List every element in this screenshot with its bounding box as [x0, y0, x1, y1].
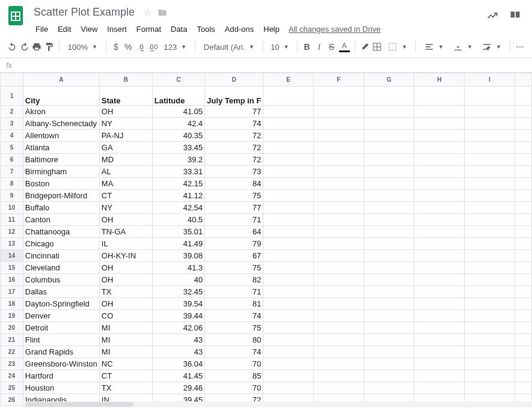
- cell-D2[interactable]: 77: [205, 106, 263, 118]
- row-header-19[interactable]: 19: [1, 310, 23, 322]
- decrease-decimal-button[interactable]: .0̲: [136, 40, 146, 54]
- cell-G3[interactable]: [364, 118, 414, 130]
- cell-H4[interactable]: [414, 130, 465, 142]
- row-header-5[interactable]: 5: [1, 142, 23, 154]
- cell-D14[interactable]: 67: [205, 250, 263, 262]
- cell-J3[interactable]: [515, 118, 531, 130]
- col-header-H[interactable]: H: [414, 73, 465, 87]
- cell-A18[interactable]: Dayton-Springfield: [23, 298, 99, 310]
- cell-F16[interactable]: [314, 274, 364, 286]
- cell-I14[interactable]: [465, 250, 515, 262]
- cell-C8[interactable]: 42.15: [152, 178, 205, 190]
- cell-C11[interactable]: 40.5: [152, 214, 205, 226]
- increase-decimal-button[interactable]: .0̲0: [148, 40, 158, 54]
- row-header-8[interactable]: 8: [1, 178, 23, 190]
- cell-H14[interactable]: [414, 250, 465, 262]
- row-header-23[interactable]: 23: [1, 358, 23, 370]
- cell-H5[interactable]: [414, 142, 465, 154]
- cell-C3[interactable]: 42.4: [152, 118, 205, 130]
- text-wrap-button[interactable]: ▼: [478, 40, 505, 54]
- col-header-E[interactable]: E: [263, 73, 314, 87]
- cell-F11[interactable]: [314, 214, 364, 226]
- cell-F2[interactable]: [314, 106, 364, 118]
- cell-G2[interactable]: [364, 106, 414, 118]
- cell-D12[interactable]: 64: [205, 226, 263, 238]
- cell-F7[interactable]: [314, 166, 364, 178]
- cell-D1[interactable]: July Temp in F: [205, 87, 263, 106]
- cell-G19[interactable]: [364, 310, 414, 322]
- cell-E7[interactable]: [263, 166, 314, 178]
- cell-I2[interactable]: [465, 106, 515, 118]
- cell-I21[interactable]: [465, 334, 515, 346]
- menu-file[interactable]: File: [31, 22, 52, 36]
- cell-A11[interactable]: Canton: [23, 214, 99, 226]
- spreadsheet-grid[interactable]: ABCDEFGHI1CityStateLatitudeJuly Temp in …: [0, 73, 532, 407]
- cell-B3[interactable]: NY: [99, 118, 152, 130]
- trend-icon[interactable]: [486, 10, 498, 22]
- cell-F5[interactable]: [314, 142, 364, 154]
- print-button[interactable]: [32, 40, 42, 54]
- row-header-25[interactable]: 25: [1, 382, 23, 394]
- cell-I5[interactable]: [465, 142, 515, 154]
- cell-D3[interactable]: 74: [205, 118, 263, 130]
- cell-J5[interactable]: [515, 142, 531, 154]
- cell-A7[interactable]: Birmingham: [23, 166, 99, 178]
- cell-G22[interactable]: [364, 346, 414, 358]
- row-header-10[interactable]: 10: [1, 202, 23, 214]
- cell-G25[interactable]: [364, 382, 414, 394]
- cell-I17[interactable]: [465, 286, 515, 298]
- cell-H18[interactable]: [414, 298, 465, 310]
- cell-G23[interactable]: [364, 358, 414, 370]
- more-button[interactable]: ⋯: [515, 40, 525, 54]
- doc-title[interactable]: Scatter Plot Example: [31, 5, 137, 20]
- cell-J6[interactable]: [515, 154, 531, 166]
- cell-A24[interactable]: Hartford: [23, 370, 99, 382]
- cell-F14[interactable]: [314, 250, 364, 262]
- number-format-select[interactable]: 123▼: [161, 40, 191, 54]
- cell-E14[interactable]: [263, 250, 314, 262]
- sheets-logo[interactable]: [7, 5, 24, 26]
- cell-H6[interactable]: [414, 154, 465, 166]
- cell-E23[interactable]: [263, 358, 314, 370]
- undo-button[interactable]: [7, 40, 17, 54]
- cell-E20[interactable]: [263, 322, 314, 334]
- cell-I25[interactable]: [465, 382, 515, 394]
- col-header-A[interactable]: A: [23, 73, 99, 87]
- row-header-12[interactable]: 12: [1, 226, 23, 238]
- cell-B11[interactable]: OH: [99, 214, 152, 226]
- cell-A20[interactable]: Detroit: [23, 322, 99, 334]
- cell-C16[interactable]: 40: [152, 274, 205, 286]
- cell-J2[interactable]: [515, 106, 531, 118]
- cell-D8[interactable]: 84: [205, 178, 263, 190]
- cell-D19[interactable]: 74: [205, 310, 263, 322]
- cell-D20[interactable]: 75: [205, 322, 263, 334]
- cell-B10[interactable]: NY: [99, 202, 152, 214]
- percent-button[interactable]: %: [123, 40, 133, 54]
- cell-C6[interactable]: 39.2: [152, 154, 205, 166]
- cell-F22[interactable]: [314, 346, 364, 358]
- cell-B6[interactable]: MD: [99, 154, 152, 166]
- cell-D5[interactable]: 72: [205, 142, 263, 154]
- row-header-7[interactable]: 7: [1, 166, 23, 178]
- cell-J13[interactable]: [515, 238, 531, 250]
- cell-B8[interactable]: MA: [99, 178, 152, 190]
- cell-D23[interactable]: 70: [205, 358, 263, 370]
- cell-F21[interactable]: [314, 334, 364, 346]
- italic-button[interactable]: I: [314, 40, 325, 54]
- col-header-C[interactable]: C: [152, 73, 205, 87]
- cell-A23[interactable]: Greensboro-Winston: [23, 358, 99, 370]
- cell-B21[interactable]: MI: [99, 334, 152, 346]
- cell-F10[interactable]: [314, 202, 364, 214]
- col-header-B[interactable]: B: [99, 73, 152, 87]
- cell-A3[interactable]: Albany-Schenectady: [23, 118, 99, 130]
- cell-H8[interactable]: [414, 178, 465, 190]
- cell-D24[interactable]: 85: [205, 370, 263, 382]
- row-header-1[interactable]: 1: [1, 87, 23, 106]
- cell-H3[interactable]: [414, 118, 465, 130]
- cell-J17[interactable]: [515, 286, 531, 298]
- paint-format-button[interactable]: [44, 40, 55, 54]
- cell-E21[interactable]: [263, 334, 314, 346]
- cell-E12[interactable]: [263, 226, 314, 238]
- redo-button[interactable]: [20, 40, 30, 54]
- row-header-22[interactable]: 22: [1, 346, 23, 358]
